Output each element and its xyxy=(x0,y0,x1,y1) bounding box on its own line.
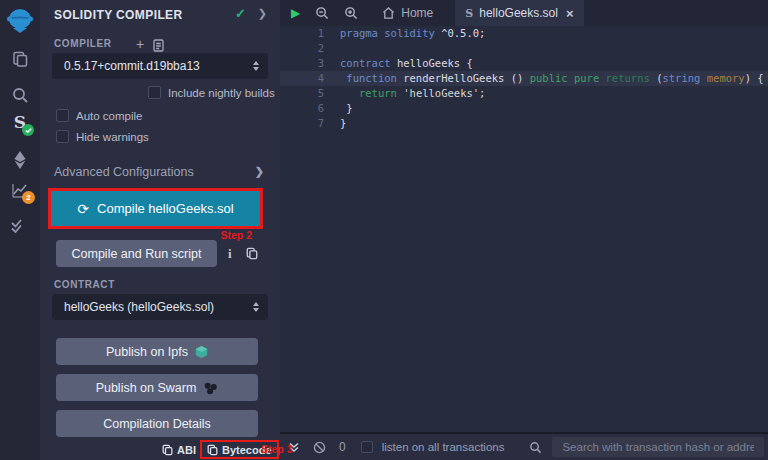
copy-abi-button[interactable]: ABI xyxy=(162,444,196,456)
deploy-run-icon[interactable] xyxy=(0,150,40,170)
zoom-out-icon[interactable] xyxy=(315,6,329,20)
activity-bar: S 2 xyxy=(0,0,41,460)
ipfs-icon xyxy=(195,345,208,359)
unit-testing-icon[interactable] xyxy=(0,218,40,234)
code-line[interactable]: 5 return 'helloGeeks'; xyxy=(280,86,768,101)
compiler-version-select[interactable]: 0.5.17+commit.d19bba13 xyxy=(52,53,268,79)
line-number: 2 xyxy=(280,41,340,56)
line-number: 4 xyxy=(280,71,340,86)
copy-artifacts-row: ABI Bytecode xyxy=(40,443,280,460)
compile-button[interactable]: ⟳ Compile helloGeeks.sol xyxy=(51,191,260,226)
listen-transactions-checkbox[interactable] xyxy=(361,441,373,453)
advanced-configurations-toggle[interactable]: Advanced Configurations xyxy=(54,165,194,179)
tab-home[interactable]: Home xyxy=(372,0,443,26)
code-area[interactable]: 1pragma solidity ^0.5.0;23contract hello… xyxy=(280,26,768,432)
transaction-count: 0 xyxy=(339,440,346,454)
panel-expand-chevron-icon[interactable]: ❯ xyxy=(258,7,267,20)
swarm-icon xyxy=(203,381,218,395)
auto-compile-row: Auto compile xyxy=(56,109,142,122)
solidity-compiler-icon[interactable]: S xyxy=(0,112,40,132)
editor-region: ▶ Home S helloGeeks.sol × xyxy=(280,0,768,460)
editor-tab-bar: ▶ Home S helloGeeks.sol × xyxy=(280,0,768,26)
sync-icon: ⟳ xyxy=(77,202,89,216)
publish-swarm-button[interactable]: Publish on Swarm xyxy=(56,374,258,401)
listen-transactions-label: listen on all transactions xyxy=(382,441,505,453)
run-script-play-icon[interactable]: ▶ xyxy=(291,7,300,19)
transaction-search-input[interactable] xyxy=(552,437,764,457)
code-line[interactable]: 7} xyxy=(280,116,768,131)
copy-icon xyxy=(162,444,173,456)
contract-label: CONTRACT xyxy=(54,279,115,290)
copy-script-icon[interactable] xyxy=(246,247,258,260)
compile-and-run-button[interactable]: Compile and Run script xyxy=(56,240,217,267)
compiler-label: COMPILER xyxy=(54,38,112,49)
contract-select[interactable]: helloGeeks (helloGeeks.sol) xyxy=(52,294,268,320)
compiler-success-badge xyxy=(22,124,34,136)
select-arrows-icon xyxy=(253,302,259,312)
add-compiler-icon[interactable]: + xyxy=(136,36,144,52)
analysis-count-badge: 2 xyxy=(22,191,35,204)
code-line[interactable]: 4 function renderHelloGeeks () public pu… xyxy=(280,71,768,86)
auto-compile-label: Auto compile xyxy=(76,110,142,122)
compilation-details-button[interactable]: Compilation Details xyxy=(56,410,258,437)
hide-warnings-row: Hide warnings xyxy=(56,130,149,143)
panel-title: SOLIDITY COMPILER xyxy=(54,8,183,22)
home-icon xyxy=(382,7,395,19)
line-number: 5 xyxy=(280,86,340,101)
advanced-chevron-icon[interactable]: ❯ xyxy=(255,165,264,178)
remix-ide-window: S 2 SOLIDITY COMPILER xyxy=(0,0,768,460)
code-line[interactable]: 2 xyxy=(280,41,768,56)
line-number: 7 xyxy=(280,116,340,131)
code-line[interactable]: 3contract helloGeeks { xyxy=(280,56,768,71)
step2-annotation-box: ⟳ Compile helloGeeks.sol xyxy=(48,188,263,229)
remix-logo[interactable] xyxy=(0,7,40,34)
clear-console-icon[interactable] xyxy=(313,441,326,454)
code-line[interactable]: 6 } xyxy=(280,101,768,116)
tab-hellogeeks-sol[interactable]: S helloGeeks.sol × xyxy=(455,0,583,26)
step2-annotation-label: Step 2 xyxy=(220,229,252,241)
publish-ipfs-button[interactable]: Publish on Ipfs xyxy=(56,338,258,365)
terminal-bar: 0 listen on all transactions xyxy=(280,432,768,460)
code-line[interactable]: 1pragma solidity ^0.5.0; xyxy=(280,26,768,41)
side-panel: SOLIDITY COMPILER ✓ ❯ COMPILER + 0.5.17+… xyxy=(40,0,280,460)
copy-icon xyxy=(207,444,218,456)
line-number: 6 xyxy=(280,101,340,116)
hide-warnings-label: Hide warnings xyxy=(76,131,149,143)
nightly-builds-row: Include nightly builds xyxy=(148,86,275,99)
line-number: 3 xyxy=(280,56,340,71)
compile-success-check-icon: ✓ xyxy=(235,6,246,21)
close-tab-icon[interactable]: × xyxy=(566,6,574,21)
file-explorer-icon[interactable] xyxy=(0,50,40,69)
info-icon[interactable]: i xyxy=(228,246,232,262)
line-number: 1 xyxy=(280,26,340,41)
solidity-file-icon: S xyxy=(465,7,473,20)
step3-annotation-label: Step 3 xyxy=(261,443,293,455)
analysis-icon[interactable]: 2 xyxy=(0,182,40,199)
auto-compile-checkbox[interactable] xyxy=(56,109,69,122)
hide-warnings-checkbox[interactable] xyxy=(56,130,69,143)
select-arrows-icon xyxy=(253,61,259,71)
nightly-builds-checkbox[interactable] xyxy=(148,86,161,99)
nightly-builds-label: Include nightly builds xyxy=(168,87,275,99)
terminal-search-icon xyxy=(529,441,542,454)
search-icon[interactable] xyxy=(0,86,40,104)
zoom-in-icon[interactable] xyxy=(344,6,358,20)
